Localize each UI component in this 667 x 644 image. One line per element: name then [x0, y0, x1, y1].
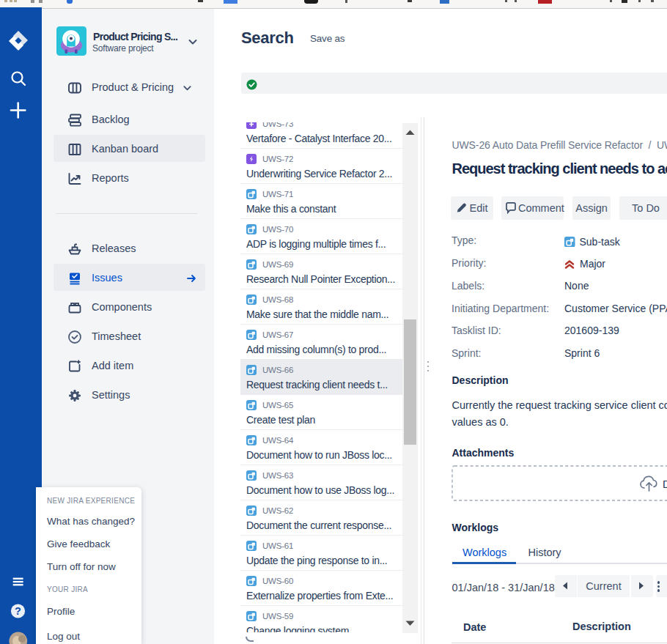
svg-text:?: ? [15, 605, 21, 617]
